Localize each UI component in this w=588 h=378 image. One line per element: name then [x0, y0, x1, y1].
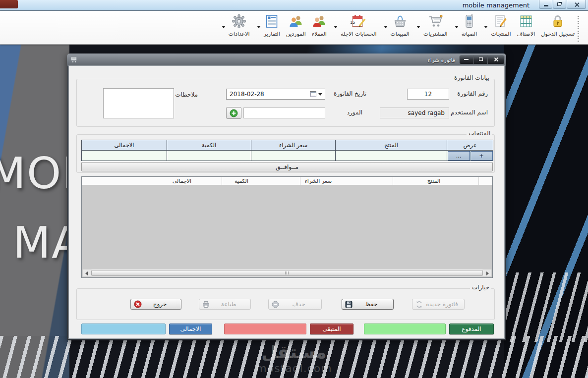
exit-button[interactable]: خروج: [130, 299, 181, 310]
chevron-down-icon[interactable]: [384, 26, 388, 28]
toolbar-item-label: تسجيل الدخول: [541, 31, 575, 37]
remaining-amount-field: [224, 324, 306, 334]
invoice-info-group-label: بيانات الفاتورة: [452, 74, 491, 81]
invoice-date-value: 2018-02-28: [227, 91, 310, 98]
toolbar-item-purchases[interactable]: المشتريات: [415, 13, 448, 37]
toolbar-item-label: المنتجات: [491, 31, 511, 37]
grid-column-product[interactable]: المنتج: [427, 178, 441, 184]
grid-column-quantity[interactable]: الكمية: [235, 178, 248, 184]
toolbar-item-maintenance[interactable]: الصيانة: [454, 13, 477, 37]
options-group-label: خيارات: [470, 284, 491, 291]
grid-horizontal-scrollbar[interactable]: [82, 269, 492, 277]
product-entry-table: عرض المنتج سعر الشراء الكمية الاجمالى + …: [81, 140, 493, 161]
notes-field[interactable]: [103, 88, 174, 118]
report-icon: [264, 13, 279, 30]
toolbar-item-label: الموردين: [286, 31, 306, 37]
total-input-cell[interactable]: [82, 151, 167, 161]
toolbar-item-products[interactable]: المنتجات: [483, 13, 511, 37]
toolbar-grip[interactable]: [578, 16, 579, 42]
add-supplier-button[interactable]: [226, 107, 241, 119]
invoice-window: فاتورة شراء بيانات الفاتورة رقم الفاتورة…: [67, 54, 506, 340]
print-button: طباعة: [199, 299, 251, 310]
toolbar-item-label: الصيانة: [462, 31, 477, 37]
browse-product-button[interactable]: ...: [448, 151, 470, 161]
invoice-number-field[interactable]: 12: [407, 89, 449, 100]
grid-header-row: المنتج سعر الشراء الكمية الاجمالى: [82, 177, 492, 185]
new-invoice-button: فاتورة جديدة: [412, 299, 465, 310]
toolbar-item-label: التقارير: [264, 31, 280, 37]
mobile-phone-icon: [462, 13, 476, 30]
chevron-down-icon[interactable]: [334, 26, 338, 28]
close-button[interactable]: [567, 0, 586, 9]
toolbar-item-categories[interactable]: الاصناف: [517, 13, 535, 37]
quantity-input-cell[interactable]: [167, 151, 251, 161]
toolbar-item-reports[interactable]: التقارير: [256, 13, 280, 37]
invoice-date-label: تاريخ الفاتورة: [334, 90, 366, 97]
products-group-label: المنتجات: [467, 130, 492, 137]
minimize-icon: [544, 5, 548, 6]
calendar-icon: 15: [351, 13, 366, 30]
price-input-cell[interactable]: [251, 151, 336, 161]
chevron-down-icon[interactable]: [257, 26, 261, 28]
toolbar-item-customers[interactable]: العملاء: [312, 13, 327, 37]
wallpaper-left-panel: [0, 45, 69, 378]
window-close-button[interactable]: [487, 55, 504, 64]
toolbar-item-sales[interactable]: المبيعات: [383, 13, 410, 37]
toolbar-item-label: الحسابات الاجلة: [341, 31, 377, 37]
dropdown-arrow-icon[interactable]: [318, 93, 322, 96]
window-minimize-button[interactable]: [460, 55, 473, 64]
username-label: اسم المستخدم: [451, 109, 488, 116]
notes-label: ملاحظات: [175, 91, 198, 98]
plus-icon: [230, 109, 238, 117]
wallpaper-red-shape: [0, 0, 18, 8]
grid-column-separator: [222, 177, 222, 185]
product-input-cell[interactable]: [336, 151, 447, 161]
exit-icon: [134, 300, 142, 308]
os-window-title: mobile management: [463, 1, 529, 9]
chevron-down-icon[interactable]: [416, 26, 420, 28]
lock-icon: [550, 13, 565, 30]
restore-icon: [557, 2, 561, 6]
scroll-left-button[interactable]: [83, 270, 91, 276]
invoice-items-grid[interactable]: المنتج سعر الشراء الكمية الاجمالى: [81, 176, 493, 278]
people-icon: [312, 13, 327, 30]
refresh-icon: [415, 301, 423, 308]
grid-column-price[interactable]: سعر الشراء: [305, 178, 332, 184]
grid-column-separator: [393, 177, 393, 185]
basket-icon: [393, 13, 408, 30]
toolbar-item-settings[interactable]: الاعدادات: [221, 13, 250, 37]
toolbar-item-label: المشتريات: [423, 31, 448, 37]
supplier-field[interactable]: [243, 108, 325, 118]
watermark: مستقل mostaql.com: [256, 342, 332, 375]
toolbar-item-deferred-accounts[interactable]: 15 الحسابات الاجلة: [333, 13, 377, 37]
chevron-down-icon[interactable]: [222, 26, 226, 28]
invoice-date-picker[interactable]: 2018-02-28: [226, 89, 325, 100]
invoice-window-titlebar[interactable]: فاتورة شراء: [68, 54, 505, 65]
scrollbar-grip-icon: [285, 271, 289, 274]
minus-circle-icon: [272, 301, 279, 308]
toolbar-item-login[interactable]: تسجيل الدخول: [541, 13, 575, 37]
minimize-icon: [464, 59, 469, 60]
invoice-form: بيانات الفاتورة رقم الفاتورة 12 اسم المس…: [68, 65, 505, 339]
window-maximize-button[interactable]: [473, 55, 487, 64]
chevron-down-icon[interactable]: [484, 26, 488, 28]
minimize-button[interactable]: [539, 0, 552, 9]
close-icon: [494, 57, 499, 62]
scrollbar-thumb[interactable]: [91, 270, 483, 276]
add-row-button[interactable]: +: [470, 151, 493, 161]
scroll-right-button[interactable]: [483, 270, 491, 276]
column-header-total: الاجمالى: [82, 140, 167, 151]
chevron-down-icon[interactable]: [455, 26, 459, 28]
save-button[interactable]: حفظ: [342, 299, 394, 310]
calendar-icon: [310, 91, 316, 97]
username-field: sayed ragab: [380, 108, 449, 118]
grid-column-separator: [478, 177, 479, 185]
os-titlebar[interactable]: mobile management: [0, 0, 588, 11]
restore-button[interactable]: [553, 0, 566, 9]
grid-column-total[interactable]: الاجمالى: [173, 178, 191, 184]
remaining-label: المتبقى: [310, 324, 353, 334]
toolbar-item-suppliers[interactable]: الموردين: [286, 13, 306, 37]
ok-button[interactable]: مــوافــق: [81, 162, 493, 171]
grid-column-separator: [300, 177, 300, 185]
toolbar-item-label: المبيعات: [391, 31, 410, 37]
